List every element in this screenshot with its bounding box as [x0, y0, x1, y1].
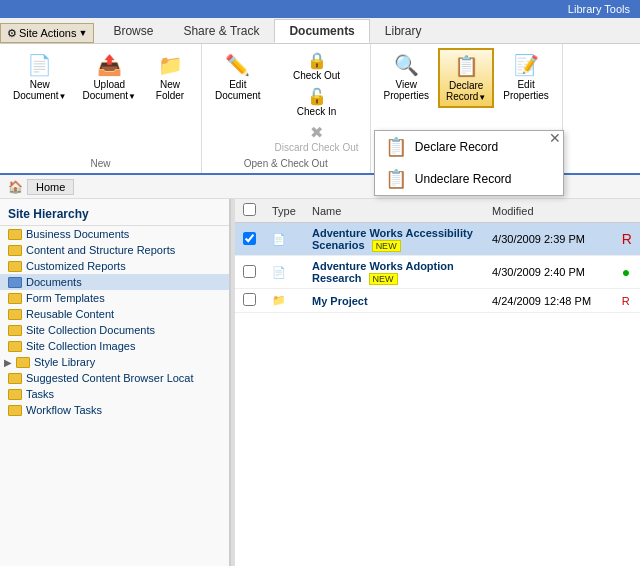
breadcrumb-home-button[interactable]: Home — [27, 179, 74, 195]
library-tools-strip: Library Tools — [0, 0, 640, 18]
breadcrumb-home-label: Home — [36, 181, 65, 193]
row2-checkbox-cell — [235, 256, 264, 289]
sidebar-item-style-library-label: Style Library — [34, 356, 95, 368]
expand-icon-style-library: ▶ — [4, 357, 12, 368]
ribbon-group-new-label: New — [90, 156, 110, 169]
discard-checkout-label: Discard Check Out — [275, 142, 359, 153]
declare-record-button[interactable]: 📋 DeclareRecord▼ — [438, 48, 494, 108]
sidebar-item-documents[interactable]: Documents — [0, 274, 229, 290]
content-area: Site Hierarchy Business Documents Conten… — [0, 199, 640, 566]
declare-record-dropdown: 📋 Declare Record 📋 Undeclare Record ✕ — [374, 130, 564, 196]
table-row[interactable]: 📁 My Project 4/24/2009 12:48 PM R — [235, 289, 640, 313]
breadcrumb-home-icon: 🏠 — [8, 180, 23, 194]
row1-checkbox-cell — [235, 223, 264, 256]
check-in-icon: 🔓 — [307, 87, 327, 106]
col-header-type: Type — [264, 199, 304, 223]
edit-document-label: EditDocument — [215, 79, 261, 101]
view-properties-button[interactable]: 🔍 ViewProperties — [377, 48, 437, 106]
sidebar-item-site-collection-docs-label: Site Collection Documents — [26, 324, 155, 336]
ribbon-group-new: 📄 NewDocument▼ 📤 UploadDocument▼ 📁 NewFo… — [0, 44, 202, 173]
sidebar-item-style-library[interactable]: ▶ Style Library — [0, 354, 229, 370]
sidebar-item-site-collection-docs[interactable]: Site Collection Documents — [0, 322, 229, 338]
view-properties-icon: 🔍 — [394, 53, 419, 77]
check-out-button[interactable]: 🔒 Check Out — [270, 48, 364, 84]
row2-name: Adventure Works Adoption Research NEW — [304, 256, 484, 289]
ribbon-group-open-label: Open & Check Out — [244, 156, 328, 169]
row2-type: 📄 — [264, 256, 304, 289]
ribbon-group-open-checkout: ✏️ EditDocument 🔒 Check Out 🔓 Check In ✖… — [202, 44, 371, 173]
sidebar-item-reusable-content-label: Reusable Content — [26, 308, 114, 320]
col-header-status — [614, 199, 640, 223]
ribbon: 📄 NewDocument▼ 📤 UploadDocument▼ 📁 NewFo… — [0, 44, 640, 175]
sidebar-item-site-collection-images[interactable]: Site Collection Images — [0, 338, 229, 354]
sidebar-item-form-templates-label: Form Templates — [26, 292, 105, 304]
sidebar-item-form-templates[interactable]: Form Templates — [0, 290, 229, 306]
new-folder-button[interactable]: 📁 NewFolder — [145, 48, 195, 106]
sidebar-item-site-collection-images-label: Site Collection Images — [26, 340, 135, 352]
sidebar-item-customized-reports[interactable]: Customized Reports — [0, 258, 229, 274]
upload-document-button[interactable]: 📤 UploadDocument▼ — [76, 48, 144, 106]
sidebar-item-business-docs[interactable]: Business Documents — [0, 226, 229, 242]
new-document-button[interactable]: 📄 NewDocument▼ — [6, 48, 74, 106]
check-out-label: Check Out — [293, 70, 340, 81]
row1-new-badge: NEW — [372, 240, 401, 252]
row3-doc-link[interactable]: My Project — [312, 295, 368, 307]
discard-checkout-icon: ✖ — [310, 123, 323, 142]
row2-checkbox[interactable] — [243, 265, 256, 278]
sidebar-item-workflow-tasks-label: Workflow Tasks — [26, 404, 102, 416]
sidebar-item-workflow-tasks[interactable]: Workflow Tasks — [0, 402, 229, 418]
documents-table: Type Name Modified 📄 Adventure Works Acc… — [235, 199, 640, 313]
sidebar-item-tasks-label: Tasks — [26, 388, 54, 400]
sidebar-item-business-docs-label: Business Documents — [26, 228, 129, 240]
folder-icon-suggested-content — [8, 373, 22, 384]
tab-share-track[interactable]: Share & Track — [168, 19, 274, 43]
col-header-checkbox — [235, 199, 264, 223]
site-actions-label: Site Actions — [19, 27, 76, 39]
edit-properties-button[interactable]: 📝 EditProperties — [496, 48, 556, 106]
tab-documents[interactable]: Documents — [274, 19, 369, 43]
declare-record-item-label: Declare Record — [415, 140, 498, 154]
sidebar-item-suggested-content[interactable]: Suggested Content Browser Locat — [0, 370, 229, 386]
edit-document-button[interactable]: ✏️ EditDocument — [208, 48, 268, 106]
dropdown-close-button[interactable]: ✕ — [549, 130, 561, 146]
undeclare-record-dropdown-item[interactable]: 📋 Undeclare Record — [375, 163, 563, 195]
row1-type-icon: 📄 — [272, 233, 286, 245]
row3-name: My Project — [304, 289, 484, 313]
table-row[interactable]: 📄 Adventure Works Accessibility Scenario… — [235, 223, 640, 256]
check-in-button[interactable]: 🔓 Check In — [270, 84, 364, 120]
sidebar-title: Site Hierarchy — [0, 203, 229, 226]
edit-document-icon: ✏️ — [225, 53, 250, 77]
view-properties-label: ViewProperties — [384, 79, 430, 101]
site-actions-dropdown-icon: ▼ — [78, 28, 87, 38]
undeclare-record-item-label: Undeclare Record — [415, 172, 512, 186]
table-row[interactable]: 📄 Adventure Works Adoption Research NEW … — [235, 256, 640, 289]
declare-record-dropdown-item[interactable]: 📋 Declare Record — [375, 131, 563, 163]
row2-status-icon: ● — [622, 264, 630, 280]
row1-type: 📄 — [264, 223, 304, 256]
sidebar-item-content-structure[interactable]: Content and Structure Reports — [0, 242, 229, 258]
folder-icon-style-library — [16, 357, 30, 368]
sidebar-item-tasks[interactable]: Tasks — [0, 386, 229, 402]
sidebar: Site Hierarchy Business Documents Conten… — [0, 199, 230, 566]
row1-checkbox[interactable] — [243, 232, 256, 245]
col-header-name: Name — [304, 199, 484, 223]
row2-status: ● — [614, 256, 640, 289]
undeclare-record-item-icon: 📋 — [385, 168, 407, 190]
row1-name: Adventure Works Accessibility Scenarios … — [304, 223, 484, 256]
sidebar-item-suggested-content-label: Suggested Content Browser Locat — [26, 372, 194, 384]
sidebar-item-customized-reports-label: Customized Reports — [26, 260, 126, 272]
tab-library[interactable]: Library — [370, 19, 437, 43]
declare-record-label: DeclareRecord▼ — [446, 80, 486, 102]
row3-status-icon: R — [622, 295, 630, 307]
row1-modified: 4/30/2009 2:39 PM — [484, 223, 614, 256]
tab-browse[interactable]: Browse — [98, 19, 168, 43]
upload-document-label: UploadDocument▼ — [83, 79, 137, 101]
row3-checkbox[interactable] — [243, 293, 256, 306]
row3-type: 📁 — [264, 289, 304, 313]
sidebar-item-reusable-content[interactable]: Reusable Content — [0, 306, 229, 322]
discard-check-out-button[interactable]: ✖ Discard Check Out — [270, 120, 364, 156]
site-actions-button[interactable]: ⚙ Site Actions ▼ — [0, 23, 94, 43]
row3-status: R — [614, 289, 640, 313]
declare-record-item-icon: 📋 — [385, 136, 407, 158]
select-all-checkbox[interactable] — [243, 203, 256, 216]
